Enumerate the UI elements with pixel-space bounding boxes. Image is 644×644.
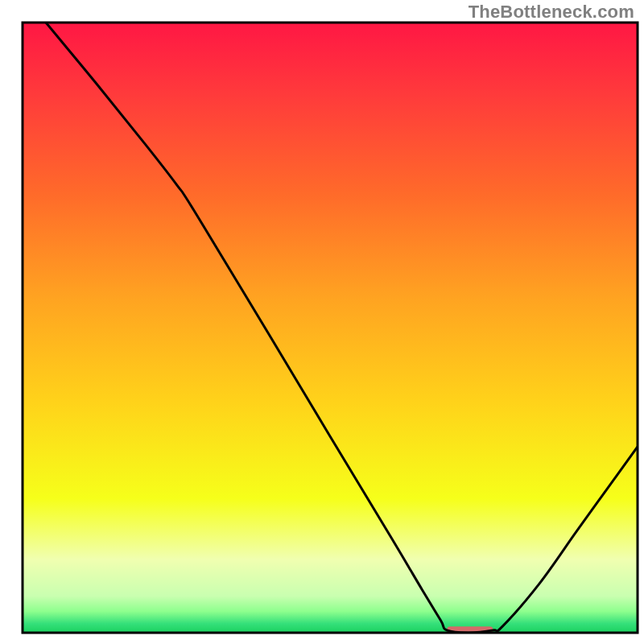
bottleneck-chart xyxy=(0,0,644,644)
chart-container: TheBottleneck.com xyxy=(0,0,644,644)
gradient-background xyxy=(23,23,638,633)
